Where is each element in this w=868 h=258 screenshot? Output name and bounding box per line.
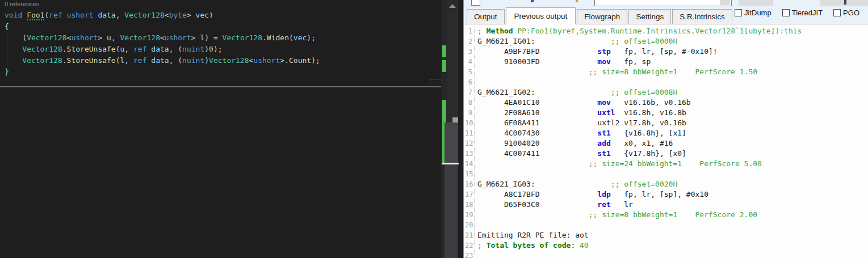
- code-segment: );: [307, 33, 316, 42]
- code-segment: 0: [209, 45, 213, 53]
- code-segment: Vector128: [27, 33, 66, 42]
- line-number: 18: [465, 200, 475, 210]
- asm-line: 10 6F08A411 uxtl2 v17.8h, v0.16b: [465, 118, 802, 128]
- line-number: 2: [465, 36, 475, 46]
- code-editor-pane[interactable]: 0 references void Foo1(ref ushort data, …: [0, 0, 463, 258]
- tab-settings[interactable]: Settings: [628, 9, 671, 24]
- code-segment: ): [209, 11, 213, 19]
- code-segment: x0, x1, #16: [611, 139, 673, 147]
- code-segment: Emitting R2R PE file: aot: [477, 231, 589, 239]
- code-segment: 91004020: [477, 139, 597, 147]
- code-segment: (: [116, 56, 120, 65]
- code-segment: Total bytes of code: [487, 241, 571, 249]
- code-segment: data: [151, 56, 169, 65]
- code-segment: ushort: [165, 33, 191, 42]
- code-segment: ushort: [71, 33, 98, 42]
- code-segment: ;: [477, 27, 487, 35]
- scrollbar-lower-track[interactable]: [445, 164, 458, 258]
- code-segment: G_M6621_IG03:: [477, 180, 535, 188]
- code-segment: G_M6621_IG02:: [477, 88, 535, 96]
- checkbox-jitdump[interactable]: JitDump: [735, 9, 771, 17]
- checkbox-tieredjit[interactable]: TieredJIT: [782, 9, 823, 17]
- code-segment: .: [62, 56, 67, 65]
- code-segment: >: [98, 33, 107, 42]
- tab-bar: OutputPrevious outputFlowgraphSettingsS.…: [464, 0, 868, 24]
- code-segment: >: [187, 11, 196, 19]
- code-segment: ,: [116, 11, 125, 19]
- code-segment: byte: [169, 11, 187, 19]
- code-segment: fp, lr, [sp], #0x10: [611, 190, 708, 198]
- asm-line: 3 A9BF7BFD stp fp, lr, [sp, #-0x10]!: [465, 46, 802, 57]
- code-segment: <: [160, 33, 165, 42]
- asm-line: 9 2F08A610 uxtl v16.8h, v16.8b: [465, 108, 802, 118]
- code-segment: ref: [133, 56, 151, 65]
- code-segment: 40: [575, 241, 588, 249]
- code-segment: ;; size=8 bbWeight=1 PerfScore 2.00: [477, 210, 757, 219]
- code-segment: ): [204, 56, 209, 65]
- code-segment: StoreUnsafe: [67, 45, 116, 53]
- code-segment: ushort: [253, 56, 280, 65]
- disasm-panel: OutputPrevious outputFlowgraphSettingsS.…: [463, 0, 868, 258]
- code-segment: stp: [597, 47, 610, 56]
- editor-code-area[interactable]: void Foo1(ref ushort data, Vector128<byt…: [5, 10, 320, 78]
- code-segment: fp, lr, [sp, #-0x10]!: [611, 47, 718, 56]
- code-segment: lr: [611, 200, 633, 209]
- code-segment: StoreUnsafe: [67, 56, 116, 65]
- line-number: 23: [465, 251, 475, 258]
- asm-line: 22; Total bytes of code: 40: [465, 240, 802, 251]
- code-segment: D65F03C0: [477, 200, 597, 209]
- asm-line: 11 4C007430 st1 {v16.8h}, [x1]: [465, 128, 802, 138]
- code-line: Vector128.StoreUnsafe(l, ref data, (nuin…: [5, 55, 320, 66]
- scrollbar-up-arrow-icon[interactable]: [449, 4, 456, 8]
- code-segment: uxtl: [597, 108, 615, 117]
- line-number: 3: [465, 46, 475, 57]
- code-segment: st1: [597, 129, 610, 137]
- line-number: 7: [465, 87, 475, 98]
- code-segment: 910003FD: [477, 57, 597, 66]
- checkbox-box-icon[interactable]: [833, 9, 841, 16]
- tab-output[interactable]: Output: [467, 9, 505, 24]
- checkbox-pgo[interactable]: PGO: [833, 9, 859, 17]
- code-segment: ref: [133, 45, 151, 53]
- tab-previous-output[interactable]: Previous output: [506, 7, 576, 24]
- code-segment: u: [107, 33, 111, 42]
- tab-s-r-intrinsics[interactable]: S.R.Intrinsics: [672, 9, 732, 24]
- code-segment: {v16.8h}, [x1]: [611, 129, 686, 137]
- codelens-references[interactable]: 0 references: [5, 1, 39, 7]
- code-segment: Vector128: [124, 11, 164, 19]
- line-number: 1: [465, 26, 475, 36]
- code-segment: Foo1: [27, 11, 44, 20]
- code-segment: (: [5, 33, 27, 42]
- line-number: 9: [465, 108, 475, 118]
- checkbox-box-icon[interactable]: [735, 9, 742, 16]
- line-number: 14: [465, 159, 475, 169]
- scrollbar-thumb[interactable]: [445, 122, 458, 163]
- asm-output-area[interactable]: 1; Method PP:Foo1(byref,System.Runtime.I…: [464, 24, 868, 258]
- code-segment: ret: [597, 200, 610, 209]
- line-number: 12: [465, 138, 475, 149]
- asm-line: 13 4C007411 st1 {v17.8h}, [x0]: [465, 149, 802, 159]
- asm-text: 1; Method PP:Foo1(byref,System.Runtime.I…: [465, 26, 802, 258]
- line-number: 13: [465, 149, 475, 159]
- asm-line: 23: [465, 251, 802, 258]
- editor-splitter[interactable]: [0, 86, 445, 87]
- code-line: Vector128.StoreUnsafe(u, ref data, (nuin…: [5, 44, 320, 55]
- code-segment: );: [311, 56, 320, 65]
- asm-line: 4 910003FD mov fp, sp: [465, 57, 802, 67]
- code-segment: ): [204, 45, 209, 53]
- code-segment: >: [191, 33, 200, 42]
- tab-flowgraph[interactable]: Flowgraph: [577, 9, 627, 24]
- asm-line: 5 ;; size=8 bbWeight=1 PerfScore 1.50: [465, 67, 802, 77]
- code-segment: (: [289, 33, 293, 42]
- line-number: 11: [465, 128, 475, 138]
- code-segment: 4C007411: [477, 149, 597, 158]
- jit-option-checkboxes: JitDumpTieredJITPGO: [735, 9, 859, 17]
- code-segment: Vector128: [22, 45, 62, 53]
- change-mark: [442, 45, 446, 57]
- line-number: 8: [465, 98, 475, 108]
- code-segment: G_M6621_IG01:: [477, 37, 535, 45]
- code-segment: nuint: [182, 45, 204, 53]
- line-number: 19: [465, 210, 475, 220]
- checkbox-box-icon[interactable]: [782, 9, 790, 16]
- scrollbar-knob[interactable]: [452, 117, 458, 122]
